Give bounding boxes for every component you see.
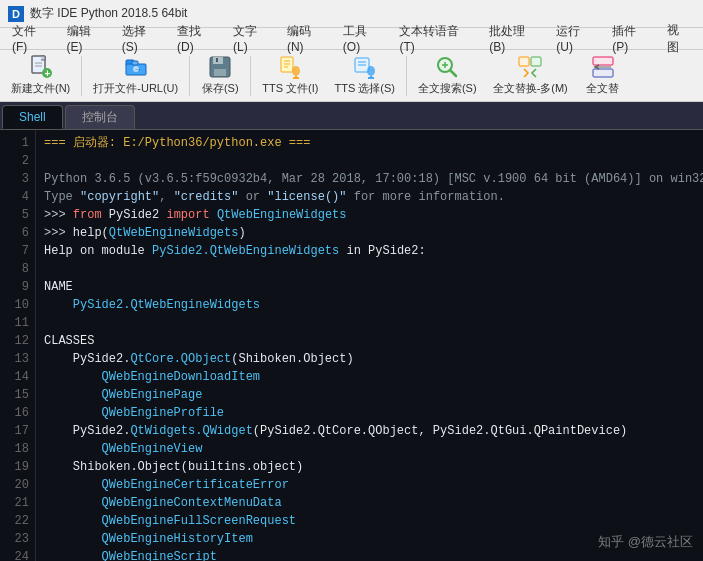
new-file-label: 新建文件(N) [11, 81, 70, 96]
new-file-icon: + [29, 55, 53, 79]
line-number-1: 1 [6, 134, 29, 152]
open-file-button[interactable]: → 打开文件-URL(U) [86, 53, 185, 99]
search-button[interactable]: 全文搜索(S) [411, 53, 484, 99]
menu-item-u[interactable]: 运行(U) [548, 21, 604, 56]
code-line-24: QWebEngineScript [44, 548, 695, 561]
line-number-6: 6 [6, 224, 29, 242]
menu-bar: 文件(F)编辑(E)选择(S)查找(D)文字(L)编码(N)工具(O)文本转语音… [0, 28, 703, 50]
toolbar-sep-3 [250, 56, 251, 96]
code-line-20: QWebEngineCertificateError [44, 476, 695, 494]
svg-text:→: → [133, 65, 141, 74]
code-line-16: QWebEngineProfile [44, 404, 695, 422]
tab-控制台[interactable]: 控制台 [65, 105, 135, 129]
svg-rect-31 [519, 57, 529, 66]
tts-select-label: TTS 选择(S) [334, 81, 395, 96]
svg-text:+: + [44, 68, 50, 79]
save-icon [208, 55, 232, 79]
code-line-12: CLASSES [44, 332, 695, 350]
svg-point-24 [367, 66, 375, 76]
code-line-14: QWebEngineDownloadItem [44, 368, 695, 386]
svg-rect-32 [531, 57, 541, 66]
code-line-5: >>> from PySide2 import QtWebEngineWidge… [44, 206, 695, 224]
code-lines: === 启动器: E:/Python36/python.exe === Pyth… [36, 130, 703, 561]
line-number-11: 11 [6, 314, 29, 332]
svg-rect-34 [593, 69, 613, 77]
open-file-label: 打开文件-URL(U) [93, 81, 178, 96]
line-number-24: 24 [6, 548, 29, 561]
code-line-15: QWebEnginePage [44, 386, 695, 404]
code-line-3: Python 3.6.5 (v3.6.5:f59c0932b4, Mar 28 … [44, 170, 695, 188]
replace-multi-icon [518, 55, 542, 79]
svg-rect-33 [593, 57, 613, 65]
tab-Shell[interactable]: Shell [2, 105, 63, 129]
tts-select-button[interactable]: TTS 选择(S) [327, 53, 402, 99]
line-number-18: 18 [6, 440, 29, 458]
toolbar-sep-2 [189, 56, 190, 96]
line-number-17: 17 [6, 422, 29, 440]
code-line-8 [44, 260, 695, 278]
code-line-10: PySide2.QtWebEngineWidgets [44, 296, 695, 314]
menu-item-n[interactable]: 编码(N) [279, 21, 335, 56]
menu-item-l[interactable]: 文字(L) [225, 21, 279, 56]
line-number-22: 22 [6, 512, 29, 530]
line-number-4: 4 [6, 188, 29, 206]
code-line-21: QWebEngineContextMenuData [44, 494, 695, 512]
replace-icon [591, 55, 615, 79]
tts-file-label: TTS 文件(I) [262, 81, 318, 96]
open-file-icon: → [124, 55, 148, 79]
replace-label: 全文替 [586, 81, 619, 96]
tts-file-icon [278, 55, 302, 79]
replace-button[interactable]: 全文替 [577, 53, 629, 99]
menu-item-d[interactable]: 查找(D) [169, 21, 225, 56]
line-number-8: 8 [6, 260, 29, 278]
menu-item-b[interactable]: 批处理(B) [481, 21, 548, 56]
menu-item-o[interactable]: 工具(O) [335, 21, 392, 56]
menu-item-f[interactable]: 文件(F) [4, 21, 59, 56]
code-line-7: Help on module PySide2.QtWebEngineWidget… [44, 242, 695, 260]
menu-item-s[interactable]: 选择(S) [114, 21, 169, 56]
code-area[interactable]: 1234567891011121314151617181920212223242… [0, 130, 703, 561]
line-number-7: 7 [6, 242, 29, 260]
line-number-3: 3 [6, 170, 29, 188]
line-number-19: 19 [6, 458, 29, 476]
line-number-9: 9 [6, 278, 29, 296]
svg-point-18 [292, 66, 300, 76]
code-line-22: QWebEngineFullScreenRequest [44, 512, 695, 530]
svg-line-28 [450, 70, 456, 76]
search-label: 全文搜索(S) [418, 81, 477, 96]
line-number-13: 13 [6, 350, 29, 368]
line-number-16: 16 [6, 404, 29, 422]
tts-select-icon [353, 55, 377, 79]
tts-file-button[interactable]: TTS 文件(I) [255, 53, 325, 99]
line-numbers: 1234567891011121314151617181920212223242… [0, 130, 36, 561]
save-label: 保存(S) [202, 81, 239, 96]
menu-item-p[interactable]: 插件(P) [604, 21, 659, 56]
code-line-13: PySide2.QtCore.QObject(Shiboken.Object) [44, 350, 695, 368]
line-number-20: 20 [6, 476, 29, 494]
code-line-11 [44, 314, 695, 332]
menu-item-t[interactable]: 文本转语音(T) [391, 21, 481, 56]
code-line-9: NAME [44, 278, 695, 296]
code-line-17: PySide2.QtWidgets.QWidget(PySide2.QtCore… [44, 422, 695, 440]
menu-item-[interactable]: 视图 [659, 20, 699, 58]
window-title: 数字 IDE Python 2018.5 64bit [30, 5, 187, 22]
code-line-2 [44, 152, 695, 170]
line-number-21: 21 [6, 494, 29, 512]
code-line-4: Type "copyright", "credits" or "license(… [44, 188, 695, 206]
menu-item-e[interactable]: 编辑(E) [59, 21, 114, 56]
code-line-6: >>> help(QtWebEngineWidgets) [44, 224, 695, 242]
toolbar-sep-4 [406, 56, 407, 96]
code-line-1: === 启动器: E:/Python36/python.exe === [44, 134, 695, 152]
new-file-button[interactable]: + 新建文件(N) [4, 53, 77, 99]
tab-bar: Shell控制台 [0, 102, 703, 130]
code-line-23: QWebEngineHistoryItem [44, 530, 695, 548]
svg-rect-12 [214, 69, 226, 76]
svg-rect-13 [216, 58, 218, 62]
code-line-18: QWebEngineView [44, 440, 695, 458]
replace-multi-button[interactable]: 全文替换-多(M) [486, 53, 575, 99]
toolbar-sep-1 [81, 56, 82, 96]
save-button[interactable]: 保存(S) [194, 53, 246, 99]
line-number-12: 12 [6, 332, 29, 350]
code-content: 1234567891011121314151617181920212223242… [0, 130, 703, 561]
line-number-2: 2 [6, 152, 29, 170]
